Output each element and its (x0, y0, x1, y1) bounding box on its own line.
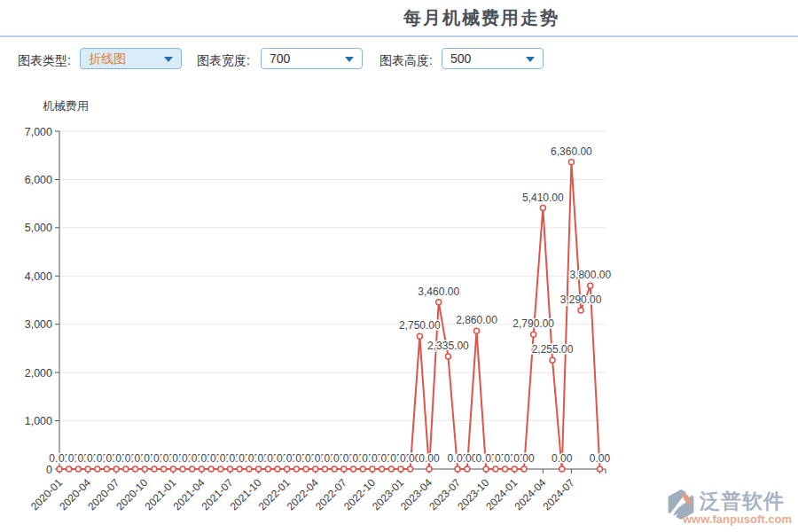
data-point[interactable] (190, 466, 195, 472)
data-point[interactable] (417, 333, 422, 339)
data-point[interactable] (332, 466, 337, 472)
data-point[interactable] (493, 466, 498, 472)
data-point[interactable] (227, 466, 232, 472)
data-point[interactable] (161, 466, 167, 472)
data-point-label: 3,290.00 (560, 293, 602, 306)
data-point[interactable] (398, 466, 403, 472)
watermark-brand: 泛普软件 (700, 488, 785, 515)
data-point[interactable] (303, 466, 309, 472)
y-tick-label: 4,000 (25, 270, 52, 283)
data-point[interactable] (75, 466, 81, 472)
data-point-label: 0.00 (590, 452, 611, 465)
y-axis-name: 机械费用 (43, 99, 89, 113)
data-point-label: 0.00 (457, 452, 478, 465)
data-point[interactable] (95, 466, 100, 472)
data-point[interactable] (275, 466, 280, 472)
data-point-label: 2,255.00 (532, 343, 574, 356)
data-point[interactable] (341, 466, 347, 472)
data-point[interactable] (465, 466, 470, 472)
data-point[interactable] (370, 466, 375, 472)
data-point[interactable] (152, 466, 157, 472)
data-point-label: 0.00 (419, 452, 440, 465)
trend-line-chart[interactable]: 01,0002,0003,0004,0005,0006,0007,0002020… (0, 0, 798, 532)
data-point[interactable] (550, 357, 555, 363)
data-point[interactable] (133, 466, 138, 472)
data-point[interactable] (588, 283, 593, 288)
data-point[interactable] (559, 466, 565, 472)
data-point[interactable] (531, 332, 536, 337)
data-point[interactable] (483, 466, 489, 472)
data-point[interactable] (57, 466, 62, 472)
y-tick-label: 0 (46, 464, 52, 476)
data-point[interactable] (104, 466, 109, 472)
data-point[interactable] (142, 466, 147, 472)
data-point-label: 3,460.00 (418, 286, 459, 298)
data-point-label: 0.00 (552, 452, 573, 465)
data-point[interactable] (598, 466, 603, 472)
x-tick-label: 2024-07 (540, 476, 576, 512)
data-point-label: 2,335.00 (427, 340, 469, 352)
data-point-label: 0.00 (400, 452, 421, 465)
data-point[interactable] (208, 466, 214, 472)
y-tick-label: 2,000 (25, 367, 52, 379)
data-point[interactable] (521, 466, 527, 472)
data-point[interactable] (265, 466, 270, 472)
data-point[interactable] (473, 328, 479, 333)
data-point[interactable] (512, 466, 517, 472)
data-point-label: 2,750.00 (399, 319, 441, 332)
data-point[interactable] (503, 466, 508, 472)
y-tick-label: 5,000 (25, 222, 52, 234)
data-point[interactable] (426, 466, 432, 472)
data-point[interactable] (350, 466, 356, 472)
data-point[interactable] (256, 466, 262, 472)
data-point[interactable] (379, 466, 385, 472)
data-point[interactable] (246, 466, 252, 472)
data-point[interactable] (445, 354, 450, 359)
data-point[interactable] (170, 466, 176, 472)
data-point[interactable] (293, 466, 299, 472)
data-point[interactable] (455, 466, 460, 472)
data-point[interactable] (360, 466, 365, 472)
data-point[interactable] (237, 466, 242, 472)
data-point[interactable] (568, 160, 574, 165)
data-point-label: 5,410.00 (522, 192, 564, 204)
watermark-url: www.fanpusoft.com (683, 512, 792, 526)
data-point[interactable] (578, 308, 583, 313)
data-point[interactable] (313, 466, 318, 472)
data-point[interactable] (113, 466, 119, 472)
data-point[interactable] (218, 466, 223, 472)
series-line (59, 162, 600, 469)
data-point-label: 2,860.00 (456, 314, 497, 326)
data-point[interactable] (199, 466, 204, 472)
data-point-label: 6,360.00 (551, 145, 592, 158)
data-point-label: 0.00 (513, 452, 535, 465)
data-point[interactable] (123, 466, 129, 472)
y-tick-label: 3,000 (25, 318, 52, 331)
y-tick-label: 1,000 (25, 415, 52, 427)
data-point[interactable] (66, 466, 72, 472)
data-point[interactable] (408, 466, 413, 472)
y-tick-label: 6,000 (25, 174, 52, 186)
data-point[interactable] (285, 466, 290, 472)
watermark: 泛普软件 www.fanpusoft.com (663, 487, 796, 529)
data-point-label: 3,800.00 (569, 269, 611, 281)
data-point[interactable] (436, 300, 442, 305)
data-point[interactable] (322, 466, 327, 472)
data-point[interactable] (388, 466, 394, 472)
data-point[interactable] (540, 206, 545, 211)
data-point[interactable] (180, 466, 185, 472)
y-tick-label: 7,000 (25, 126, 52, 138)
data-point-label: 2,790.00 (512, 317, 554, 330)
page: 每月机械费用走势 图表类型: 折线图 图表宽度: 700 图表高度: 500 0… (0, 0, 798, 532)
data-point[interactable] (85, 466, 90, 472)
